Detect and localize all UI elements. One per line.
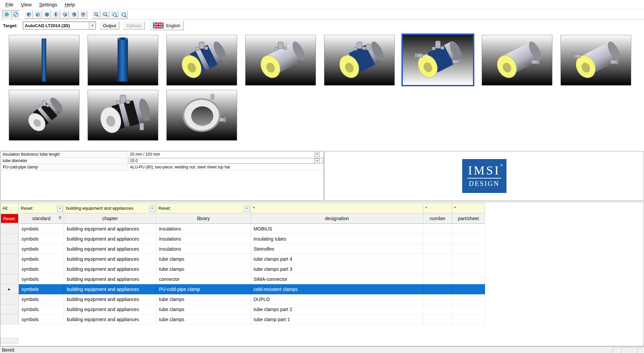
cell-part-sheet[interactable]: [452, 254, 485, 264]
cell-chapter[interactable]: building equipment and appliances: [64, 254, 156, 264]
row-selector-cell[interactable]: [0, 254, 19, 264]
cell-designation[interactable]: tube clamps part 4: [251, 254, 423, 264]
chevron-down-icon[interactable]: ▾: [57, 205, 63, 212]
preview-open-ring[interactable]: [166, 90, 237, 141]
cell-chapter[interactable]: building equipment and appliances: [64, 274, 156, 284]
cell-designation[interactable]: insulating tubes: [251, 234, 423, 244]
row-selector-cell[interactable]: [0, 234, 19, 244]
cell-designation[interactable]: tube clamps part 3: [251, 264, 423, 274]
cell-chapter[interactable]: building equipment and appliances: [64, 294, 156, 304]
cell-standard[interactable]: symbols: [19, 264, 64, 274]
row-selector-cell[interactable]: ▶: [0, 284, 19, 294]
chevron-down-icon[interactable]: ▾: [244, 205, 250, 212]
filter-combo-library[interactable]: Reset:▾: [156, 203, 251, 213]
column-header-designation[interactable]: designation: [251, 213, 423, 223]
table-row[interactable]: symbolsbuilding equipment and appliances…: [0, 314, 485, 324]
preview-clamp-blue-band[interactable]: [166, 35, 237, 86]
cell-designation[interactable]: tube clamp part 1: [251, 314, 423, 324]
cell-part-sheet[interactable]: [452, 234, 485, 244]
cell-standard[interactable]: symbols: [19, 244, 64, 254]
output-button[interactable]: Output: [100, 21, 119, 30]
cell-standard[interactable]: symbols: [19, 284, 64, 294]
chevron-down-icon[interactable]: ▾: [314, 152, 320, 157]
table-row[interactable]: symbolsbuilding equipment and appliances…: [0, 234, 485, 244]
zoom-previous-button[interactable]: [110, 10, 118, 19]
table-row[interactable]: symbolsbuilding equipment and appliances…: [0, 254, 485, 264]
cell-number[interactable]: [423, 224, 452, 234]
cell-designation[interactable]: Steinoflex: [251, 244, 423, 254]
table-row[interactable]: symbolsbuilding equipment and appliances…: [0, 304, 485, 314]
cell-library[interactable]: insulations: [156, 234, 251, 244]
preview-clamp-gray[interactable]: [245, 35, 316, 86]
cell-library[interactable]: tube clamps: [156, 304, 251, 314]
row-selector-cell[interactable]: [0, 244, 19, 254]
cell-standard[interactable]: symbols: [19, 304, 64, 314]
cell-number[interactable]: [423, 314, 452, 324]
table-row[interactable]: symbolsbuilding equipment and appliances…: [0, 294, 485, 304]
menu-item-file[interactable]: File: [2, 1, 17, 8]
row-selector-cell[interactable]: [0, 264, 19, 274]
cell-standard[interactable]: symbols: [19, 314, 64, 324]
cell-designation[interactable]: MOBIUS: [251, 224, 423, 234]
cell-standard[interactable]: symbols: [19, 274, 64, 284]
filter-combo-standard[interactable]: Reset:▾: [19, 203, 64, 213]
filter-input-designation[interactable]: *: [251, 203, 423, 213]
table-row[interactable]: symbolsbuilding equipment and appliances…: [0, 264, 485, 274]
table-row[interactable]: symbolsbuilding equipment and appliances…: [0, 224, 485, 234]
cell-library[interactable]: tube clamps: [156, 264, 251, 274]
filter-funnel-icon[interactable]: ∇: [59, 216, 61, 220]
cell-library[interactable]: tube clamps: [156, 314, 251, 324]
row-selector-cell[interactable]: [0, 224, 19, 234]
menu-item-help[interactable]: Help: [61, 1, 79, 8]
column-header-part-sheet[interactable]: part/sheet: [452, 213, 485, 223]
column-header-chapter[interactable]: chapter: [64, 213, 156, 223]
cell-designation[interactable]: cold-resistent clamps: [251, 284, 423, 294]
cell-chapter[interactable]: building equipment and appliances: [64, 244, 156, 254]
column-header-standard[interactable]: standard∇: [19, 213, 64, 223]
sphere-view-button[interactable]: [11, 10, 20, 19]
cell-library[interactable]: tube clamps: [156, 254, 251, 264]
cube-front-button[interactable]: [43, 10, 51, 19]
cell-number[interactable]: [423, 274, 452, 284]
filter-combo-chapter[interactable]: building equipment and appliances▾: [64, 203, 156, 213]
target-format-select[interactable]: AutoCAD LT2014 (3D) ▼: [23, 21, 96, 30]
chevron-down-icon[interactable]: ▾: [149, 205, 155, 212]
cell-library[interactable]: insulations: [156, 224, 251, 234]
menu-item-view[interactable]: View: [17, 1, 35, 8]
chevron-down-icon[interactable]: ▾: [314, 158, 320, 163]
zoom-out-button[interactable]: [101, 10, 109, 19]
row-selector-cell[interactable]: [0, 294, 19, 304]
chevron-down-icon[interactable]: ▼: [89, 22, 96, 29]
row-selector-cell[interactable]: [0, 274, 19, 284]
cell-designation[interactable]: tube clamps part 2: [251, 304, 423, 314]
cell-chapter[interactable]: building equipment and appliances: [64, 304, 156, 314]
table-row[interactable]: ▶symbolsbuilding equipment and appliance…: [0, 284, 485, 294]
cell-part-sheet[interactable]: [452, 284, 485, 294]
cell-number[interactable]: [423, 284, 452, 294]
column-header-library[interactable]: library: [156, 213, 251, 223]
cube-top-front-button[interactable]: [24, 10, 33, 19]
cube-back-button[interactable]: [70, 10, 78, 19]
preview-clamp-black-band[interactable]: [9, 90, 79, 141]
cell-library[interactable]: tube clamps: [156, 294, 251, 304]
preview-clamp-gray-3[interactable]: [560, 35, 631, 86]
cell-number[interactable]: [423, 294, 452, 304]
cell-part-sheet[interactable]: [452, 274, 485, 284]
filter-input-number[interactable]: *: [423, 203, 452, 213]
preview-clamp-blue-wide[interactable]: [324, 35, 395, 86]
cell-part-sheet[interactable]: [452, 264, 485, 274]
cell-standard[interactable]: symbols: [19, 224, 64, 234]
cell-number[interactable]: [423, 264, 452, 274]
preview-clamp-white-front[interactable]: [88, 90, 158, 141]
table-row[interactable]: symbolsbuilding equipment and appliances…: [0, 274, 485, 284]
preview-thick-blue-tube[interactable]: [88, 35, 158, 86]
cube-bottom-button[interactable]: [34, 10, 42, 19]
language-button[interactable]: English: [150, 21, 184, 30]
zoom-window-button[interactable]: [119, 10, 127, 19]
cell-number[interactable]: [423, 234, 452, 244]
cell-library[interactable]: connector: [156, 274, 251, 284]
property-value-select[interactable]: 15.0▾: [128, 158, 323, 164]
preview-clamp-gray-2[interactable]: [482, 35, 552, 86]
cell-standard[interactable]: symbols: [19, 234, 64, 244]
cell-part-sheet[interactable]: [452, 294, 485, 304]
